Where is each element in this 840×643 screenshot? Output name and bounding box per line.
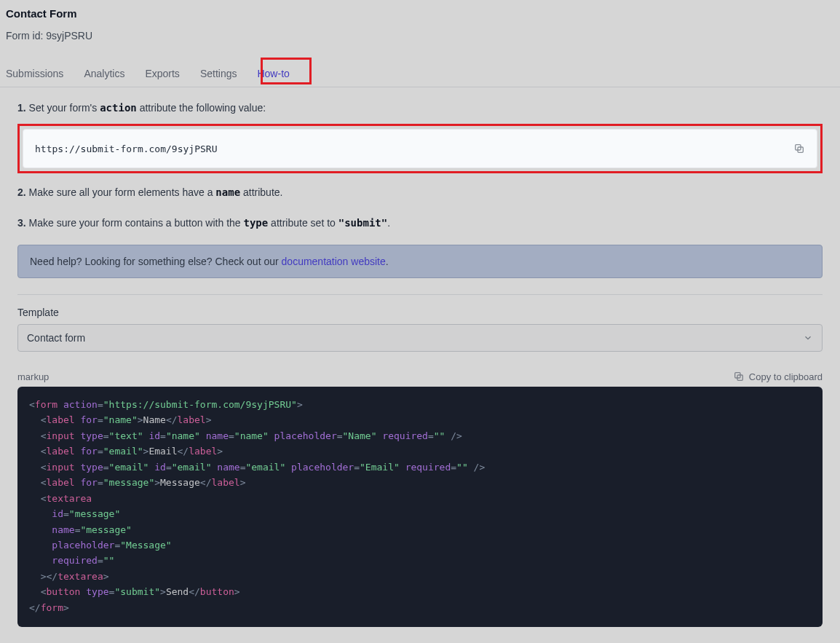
- step-3-text-b: attribute set to: [268, 217, 338, 229]
- help-text: Need help? Looking for something else? C…: [30, 256, 282, 267]
- chevron-down-icon: [803, 333, 813, 343]
- tab-settings[interactable]: Settings: [200, 62, 237, 87]
- template-selected-value: Contact form: [27, 332, 85, 344]
- step-1-text-b: attribute the following value:: [137, 102, 266, 114]
- help-callout: Need help? Looking for something else? C…: [17, 245, 823, 278]
- form-id-value: 9syjPSRU: [46, 30, 92, 42]
- action-url-box: https://submit-form.com/9syjPSRU: [23, 129, 817, 168]
- documentation-link[interactable]: documentation website: [282, 256, 386, 267]
- step-3-text-a: Make sure your form contains a button wi…: [29, 217, 244, 229]
- copy-icon: [733, 371, 745, 382]
- step-2-num: 2.: [17, 186, 26, 198]
- code-block: <form action="https://submit-form.com/9s…: [17, 387, 823, 627]
- step-1-text-a: Set your form's: [29, 102, 100, 114]
- template-select[interactable]: Contact form: [17, 324, 823, 352]
- step-3: 3. Make sure your form contains a button…: [17, 217, 823, 229]
- step-3-num: 3.: [17, 217, 26, 229]
- tabs-bar: Submissions Analytics Exports Settings H…: [0, 62, 840, 87]
- step-3-code2: "submit": [338, 217, 387, 229]
- template-label: Template: [17, 307, 823, 318]
- divider: [17, 294, 823, 295]
- step-1-code: action: [100, 102, 137, 114]
- action-url-highlight: https://submit-form.com/9syjPSRU: [17, 124, 823, 173]
- step-3-text-c: .: [387, 217, 390, 229]
- help-dot: .: [386, 256, 389, 267]
- form-id-line: Form id: 9syjPSRU: [6, 30, 834, 42]
- code-label: markup: [17, 371, 49, 382]
- tab-exports[interactable]: Exports: [145, 62, 179, 87]
- tab-submissions[interactable]: Submissions: [6, 62, 63, 87]
- step-1-num: 1.: [17, 102, 26, 114]
- copy-to-clipboard-button[interactable]: Copy to clipboard: [733, 371, 823, 382]
- step-2-text-b: attribute.: [240, 186, 282, 198]
- step-1: 1. Set your form's action attribute the …: [17, 102, 823, 114]
- tab-analytics[interactable]: Analytics: [84, 62, 124, 87]
- copy-icon[interactable]: [793, 143, 805, 154]
- step-2: 2. Make sure all your form elements have…: [17, 186, 823, 198]
- tab-how-to[interactable]: How-to: [257, 62, 289, 87]
- step-3-code: type: [244, 217, 269, 229]
- copy-to-clipboard-label: Copy to clipboard: [749, 371, 823, 382]
- step-2-code: name: [215, 186, 240, 198]
- page-title: Contact Form: [6, 7, 834, 20]
- form-id-label: Form id:: [6, 30, 43, 42]
- action-url-value: https://submit-form.com/9syjPSRU: [35, 143, 217, 154]
- step-2-text-a: Make sure all your form elements have a: [29, 186, 216, 198]
